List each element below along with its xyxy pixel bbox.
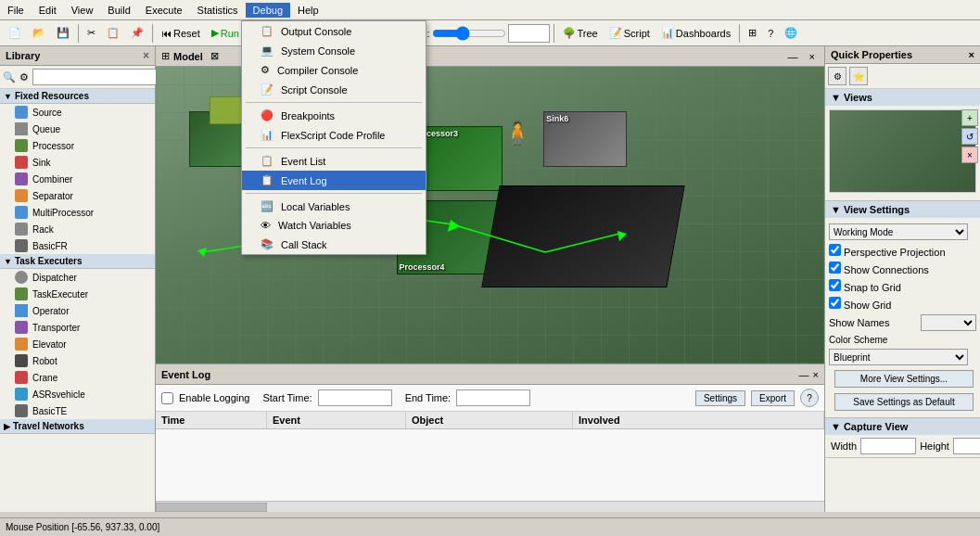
menu-build[interactable]: Build <box>100 3 137 18</box>
menu-event-list[interactable]: 📋 Event List <box>242 151 426 171</box>
menu-edit[interactable]: Edit <box>32 3 64 18</box>
menu-help[interactable]: Help <box>290 3 326 18</box>
lib-item-sink[interactable]: Sink <box>0 154 155 171</box>
show-connections-checkbox[interactable] <box>829 262 841 274</box>
help-button[interactable]: ? <box>800 389 819 407</box>
sep2 <box>152 24 153 43</box>
scrollbar-thumb[interactable] <box>156 503 267 512</box>
menu-compiler-console[interactable]: ⚙ Compiler Console <box>242 60 426 80</box>
col-involved: Involved <box>573 412 824 428</box>
export-button[interactable]: Export <box>751 390 795 406</box>
task-executers-label: Task Executers <box>15 256 83 266</box>
task-executers-header[interactable]: ▼ Task Executers <box>0 254 155 269</box>
qp-close[interactable]: × <box>969 49 974 60</box>
run-button[interactable]: ▶ Run <box>207 24 244 42</box>
view-delete-btn[interactable]: × <box>961 147 978 163</box>
crane-icon <box>15 371 28 384</box>
event-log-scrollbar[interactable] <box>156 501 824 512</box>
menu-script-console[interactable]: 📝 Script Console <box>242 80 426 99</box>
script-button[interactable]: 📝 Script <box>605 24 655 42</box>
settings-button[interactable]: Settings <box>695 390 745 406</box>
copy-button[interactable]: 📋 <box>102 24 124 42</box>
open-button[interactable]: 📂 <box>28 24 50 42</box>
qp-star-btn[interactable]: ⭐ <box>849 67 868 85</box>
globe-button[interactable]: 🌐 <box>780 24 802 42</box>
save-settings-btn[interactable]: Save Settings as Default <box>834 393 974 411</box>
height-input[interactable]: 1080 <box>953 438 980 454</box>
lib-item-crane[interactable]: Crane <box>0 369 155 386</box>
event-log-close[interactable]: × <box>813 369 819 380</box>
lib-item-dispatcher[interactable]: Dispatcher <box>0 269 155 286</box>
library-close[interactable]: × <box>143 49 149 62</box>
model-close[interactable]: × <box>806 49 819 64</box>
event-log-minimize[interactable]: — <box>799 369 809 380</box>
lib-item-multiprocessor[interactable]: MultiProcessor <box>0 204 155 221</box>
view-add-btn[interactable]: + <box>961 109 978 126</box>
layout-button[interactable]: ⊞ <box>744 24 761 42</box>
start-time-input[interactable] <box>318 389 392 406</box>
menu-watch-vars[interactable]: 👁 Watch Variables <box>242 216 426 235</box>
dashboards-button[interactable]: 📊 Dashboards <box>656 24 735 42</box>
menu-breakpoints[interactable]: 🔴 Breakpoints <box>242 106 426 125</box>
width-input[interactable]: 1920 <box>860 438 916 454</box>
lib-item-separator[interactable]: Separator <box>0 187 155 204</box>
search-input[interactable] <box>32 69 158 85</box>
tree-button[interactable]: 🌳 Tree <box>558 24 603 42</box>
menu-call-stack[interactable]: 📚 Call Stack <box>242 235 426 254</box>
menu-flexscript-profile[interactable]: 📊 FlexScript Code Profile <box>242 125 426 145</box>
paste-button[interactable]: 📌 <box>126 24 148 42</box>
lib-item-operator[interactable]: Operator <box>0 302 155 319</box>
sink-icon <box>15 156 28 169</box>
perspective-checkbox[interactable] <box>829 244 841 256</box>
lib-item-basicte[interactable]: BasicTE <box>0 402 155 419</box>
end-time-input[interactable] <box>456 389 530 406</box>
qp-views-header[interactable]: ▼ Views <box>825 89 980 106</box>
working-mode-select[interactable]: Working Mode <box>829 223 968 240</box>
more-settings-btn[interactable]: More View Settings... <box>834 370 974 388</box>
menu-file[interactable]: File <box>0 3 32 18</box>
color-scheme-select[interactable]: Blueprint <box>829 349 968 365</box>
menu-execute[interactable]: Execute <box>138 3 190 18</box>
question-button[interactable]: ? <box>763 25 778 42</box>
lib-item-taskexecuter[interactable]: TaskExecuter <box>0 286 155 302</box>
lib-item-asrsvehicle[interactable]: ASRsvehicle <box>0 386 155 402</box>
show-grid-checkbox[interactable] <box>829 297 841 309</box>
lib-item-basicfr[interactable]: BasicFR <box>0 237 155 254</box>
menu-system-console[interactable]: 💻 System Console <box>242 41 426 60</box>
menu-debug[interactable]: Debug <box>246 3 290 18</box>
view-refresh-btn[interactable]: ↺ <box>961 128 978 145</box>
menu-statistics[interactable]: Statistics <box>190 3 246 18</box>
save-button[interactable]: 💾 <box>52 24 74 42</box>
run-speed-slider[interactable] <box>432 26 506 41</box>
lib-item-processor[interactable]: Processor <box>0 137 155 154</box>
snap-to-grid-checkbox[interactable] <box>829 279 841 291</box>
model-minimize[interactable]: — <box>784 49 802 64</box>
show-names-select[interactable] <box>921 314 976 331</box>
library-panel: Library × 🔍 ⚙ ▼ Fixed Resources Source Q… <box>0 46 156 512</box>
event-log-table-header: Time Event Object Involved <box>156 412 824 429</box>
search-icon: 🔍 <box>3 71 16 83</box>
lib-item-elevator[interactable]: Elevator <box>0 336 155 352</box>
menu-view[interactable]: View <box>64 3 101 18</box>
new-button[interactable]: 📄 <box>4 24 26 42</box>
reset-button[interactable]: ⏮ Reset <box>157 25 205 42</box>
fixed-resources-header[interactable]: ▼ Fixed Resources <box>0 89 155 104</box>
menu-output-console[interactable]: 📋 Output Console <box>242 21 426 41</box>
lib-item-combiner[interactable]: Combiner <box>0 171 155 187</box>
menu-local-vars[interactable]: 🔤 Local Variables <box>242 197 426 216</box>
travel-networks-header[interactable]: ▶ Travel Networks <box>0 419 155 434</box>
lib-item-transporter[interactable]: Transporter <box>0 319 155 336</box>
arrow-icon3: ▶ <box>4 422 10 431</box>
run-speed-input[interactable]: 4.00 <box>508 24 550 43</box>
lib-item-source[interactable]: Source <box>0 104 155 121</box>
lib-item-rack[interactable]: Rack <box>0 221 155 237</box>
menu-event-log[interactable]: 📋 Event Log <box>242 171 426 190</box>
lib-item-queue[interactable]: Queue <box>0 121 155 137</box>
capture-dims-row: Width 1920 Height 1080 <box>825 435 980 457</box>
qp-capture-header[interactable]: ▼ Capture View <box>825 418 980 435</box>
qp-view-settings-header[interactable]: ▼ View Settings <box>825 201 980 218</box>
qp-gear-btn[interactable]: ⚙ <box>828 67 846 85</box>
enable-logging-checkbox[interactable] <box>161 392 173 404</box>
lib-item-robot[interactable]: Robot <box>0 352 155 369</box>
cut-button[interactable]: ✂ <box>83 24 100 42</box>
